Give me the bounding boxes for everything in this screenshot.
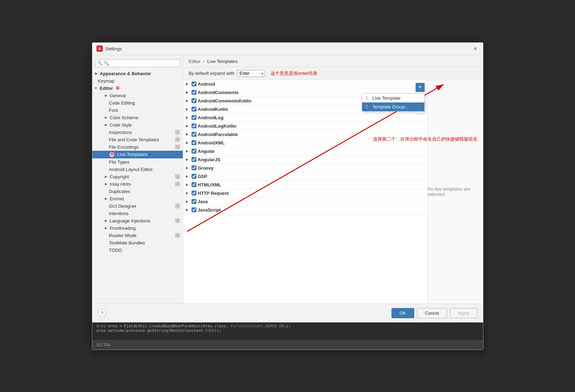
- group-checkbox[interactable]: [192, 191, 196, 195]
- sidebar-item-general[interactable]: ▶ General: [92, 92, 183, 99]
- add-template-button[interactable]: +: [416, 83, 425, 92]
- live-templates-circle-num: ②: [109, 152, 115, 157]
- group-name: AndroidParcelable: [198, 132, 238, 137]
- bottom-bar: ? OK Cancel Apply: [92, 304, 483, 322]
- sidebar-item-color-scheme[interactable]: ▶ Color Scheme: [92, 114, 183, 121]
- group-name: HTML/XML: [198, 182, 221, 187]
- sidebar-item-code-style[interactable]: ▶ Code Style: [92, 121, 183, 129]
- file-code-badge: ▪: [175, 137, 180, 142]
- template-group-row[interactable]: ▶ AngularJS: [183, 156, 427, 164]
- bottom-actions: OK Cancel Apply: [391, 308, 477, 318]
- group-checkbox[interactable]: [192, 107, 196, 112]
- template-group-row[interactable]: ▶ GSP: [183, 172, 427, 181]
- group-expand-arrow: ▶: [186, 124, 190, 128]
- group-expand-arrow: ▶: [186, 82, 190, 86]
- template-group-row[interactable]: ▶ JavaScript: [183, 206, 427, 214]
- sidebar-item-copyright[interactable]: ▶ Copyright ▪: [92, 173, 183, 180]
- search-input[interactable]: [104, 61, 178, 66]
- group-checkbox[interactable]: [192, 115, 196, 120]
- group-expand-arrow: ▶: [186, 174, 190, 178]
- group-checkbox[interactable]: [192, 149, 196, 154]
- sidebar-item-proofreading[interactable]: ▶ Proofreading: [92, 224, 183, 232]
- sidebar-item-appearance[interactable]: ▶ Appearance & Behavior: [92, 70, 183, 77]
- toolbar-label: By default expand with: [189, 71, 235, 76]
- status-line-col: 317:339: [96, 343, 110, 347]
- group-checkbox[interactable]: [192, 174, 196, 179]
- copyright-badge: ▪: [175, 174, 180, 179]
- sidebar-item-todo[interactable]: TODO: [92, 247, 183, 254]
- sidebar-item-editor[interactable]: ▾ Editor ①: [92, 85, 183, 92]
- sidebar-item-live-templates[interactable]: ② Live Templates: [92, 151, 183, 158]
- sidebar-item-file-code-templates[interactable]: File and Code Templates ▪: [92, 136, 183, 143]
- group-checkbox[interactable]: [192, 98, 196, 103]
- sidebar: 🔍 ▶ Appearance & Behavior Keymap ▾ Edito…: [92, 55, 183, 304]
- close-button[interactable]: ✕: [472, 45, 479, 52]
- group-expand-arrow: ▶: [186, 107, 190, 111]
- app-icon: A: [96, 45, 103, 52]
- add-dropdown-menu: 1 Live Template 2 Template Group...: [362, 93, 425, 112]
- sidebar-item-reader-mode[interactable]: Reader Mode ▪: [92, 232, 183, 239]
- annotation-right: 选择第二个，在弹出框中命名自己的快捷键模版组名: [373, 136, 477, 142]
- group-checkbox[interactable]: [192, 123, 196, 128]
- expand-with-select[interactable]: Enter Tab Space: [237, 70, 265, 77]
- group-name: HTTP Request: [198, 191, 229, 196]
- group-checkbox[interactable]: [192, 207, 196, 212]
- group-name: JavaScript: [198, 207, 221, 213]
- group-checkbox[interactable]: [192, 165, 196, 170]
- sidebar-item-code-editing[interactable]: Code Editing: [92, 99, 183, 107]
- sidebar-item-android-layout-editor[interactable]: Android Layout Editor: [92, 166, 183, 173]
- panel-header: Editor › Live Templates: [183, 55, 483, 67]
- cancel-button[interactable]: Cancel: [417, 308, 447, 318]
- group-name: GSP: [198, 174, 207, 179]
- sidebar-item-gui-designer[interactable]: GUI Designer ▪: [92, 202, 183, 210]
- template-group-row[interactable]: ▶ Android: [183, 80, 427, 88]
- sidebar-item-intentions[interactable]: Intentions: [92, 210, 183, 217]
- group-expand-arrow: ▶: [186, 158, 190, 161]
- template-group-row[interactable]: ▶ HTML/XML: [183, 181, 427, 189]
- group-expand-arrow: ▶: [186, 166, 190, 170]
- template-group-row[interactable]: ▶ Angular: [183, 147, 427, 156]
- editor-annotation: ①: [116, 86, 120, 91]
- lang-inj-badge: ▪: [175, 218, 180, 223]
- sidebar-item-keymap[interactable]: Keymap: [92, 77, 183, 85]
- apply-button[interactable]: Apply: [450, 308, 477, 318]
- group-name: AndroidCommentsKotlin: [198, 98, 252, 104]
- color-scheme-arrow: ▶: [105, 116, 108, 119]
- sidebar-item-duplicates[interactable]: Duplicates: [92, 188, 183, 195]
- group-name: AndroidXML: [198, 140, 225, 145]
- sidebar-item-inspections[interactable]: Inspections ▪: [92, 129, 183, 136]
- right-panel: Editor › Live Templates By default expan…: [183, 55, 483, 304]
- gui-designer-badge: ▪: [175, 204, 180, 208]
- sidebar-item-file-types[interactable]: File Types: [92, 158, 183, 166]
- title-bar-left: A Settings: [96, 45, 122, 52]
- group-checkbox[interactable]: [192, 90, 196, 95]
- group-expand-arrow: ▶: [186, 200, 190, 203]
- no-selection-text: No live templates are selected: [428, 186, 483, 197]
- template-group-row[interactable]: ▶ Java: [183, 198, 427, 206]
- inlay-hints-badge: ▪: [175, 181, 180, 186]
- template-group-row[interactable]: ▶ Groovy: [183, 164, 427, 172]
- group-name: Android: [198, 81, 215, 87]
- group-name: Angular: [198, 149, 215, 154]
- group-checkbox[interactable]: [192, 140, 196, 145]
- sidebar-item-textmate-bundles[interactable]: TextMate Bundles: [92, 239, 183, 247]
- dropdown-item-template-group[interactable]: 2 Template Group...: [362, 102, 424, 111]
- ok-button[interactable]: OK: [391, 308, 414, 318]
- group-checkbox[interactable]: [192, 157, 196, 162]
- group-checkbox[interactable]: [192, 182, 196, 187]
- group-checkbox[interactable]: [192, 132, 196, 137]
- search-box[interactable]: 🔍: [95, 59, 180, 67]
- sidebar-item-font[interactable]: Font: [92, 107, 183, 114]
- sidebar-item-file-encodings[interactable]: File Encodings ▪: [92, 143, 183, 151]
- sidebar-item-emmet[interactable]: ▶ Emmet: [92, 195, 183, 202]
- template-group-row[interactable]: ▶ AndroidLog: [183, 114, 427, 122]
- group-checkbox[interactable]: [192, 81, 196, 86]
- dropdown-item-live-template[interactable]: 1 Live Template: [362, 94, 424, 102]
- template-group-row[interactable]: ▶ HTTP Request: [183, 189, 427, 198]
- sidebar-item-language-injections[interactable]: ▶ Language Injections ▪: [92, 217, 183, 224]
- sidebar-item-inlay-hints[interactable]: ▶ Inlay Hints ▪: [92, 180, 183, 188]
- template-group-row[interactable]: ▶ AndroidLogKotlin: [183, 122, 427, 130]
- group-checkbox[interactable]: [192, 199, 196, 204]
- group-expand-arrow: ▶: [186, 191, 190, 195]
- help-button[interactable]: ?: [98, 309, 106, 317]
